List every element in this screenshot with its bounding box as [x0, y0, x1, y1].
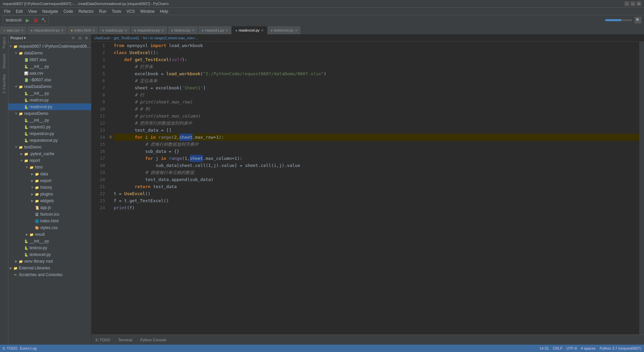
tree-item[interactable]: 🐍__init__.py — [8, 90, 91, 97]
tree-item-label: readDataDemo — [24, 84, 91, 89]
status-event-log[interactable]: Event Log — [20, 346, 37, 350]
maximize-button[interactable]: □ — [631, 1, 635, 6]
tree-item[interactable]: ▼📁report — [8, 157, 91, 164]
project-tool-label[interactable]: Project — [1, 34, 7, 51]
tree-item[interactable]: ▶📁result — [8, 231, 91, 238]
code-token — [114, 77, 135, 84]
tab-close-requestcsv.py[interactable]: ✕ — [161, 29, 164, 32]
bottom-tab-terminal[interactable]: Terminal — [117, 338, 134, 342]
tree-item[interactable]: 🐍readexcel.py — [8, 103, 91, 110]
tab-close-request1.py[interactable]: ✕ — [225, 29, 228, 32]
code-editor[interactable]: 123456789101112131415161718192021222324 … — [92, 42, 644, 335]
tab-close-testexcel.py[interactable]: ✕ — [295, 29, 298, 32]
search-button[interactable]: 🔍 — [635, 17, 641, 24]
code-content[interactable]: from openpyxl import load_workbookclass … — [114, 42, 639, 335]
tree-item[interactable]: 📊aaa.csv — [8, 70, 91, 77]
tree-item[interactable]: 🌐index.html — [8, 218, 91, 224]
status-indent[interactable]: 4 spaces — [581, 346, 596, 350]
tab-aaa-csv[interactable]: ●aaa.csv ✕ — [0, 26, 27, 34]
tree-item[interactable]: 🐍readcsv.py — [8, 97, 91, 103]
breadcrumb-useexcel[interactable]: UseExcel — [94, 36, 110, 40]
tab-testexcel-py[interactable]: ●testexcel.py ✕ — [267, 26, 301, 34]
breadcrumb-for[interactable]: for i in range(2,sheet.max_row+... — [143, 36, 198, 40]
sync-icon[interactable]: ⟳ — [70, 36, 76, 41]
run-button[interactable]: ▶ — [24, 17, 31, 24]
tree-item[interactable]: 🐍requestexcel.py — [8, 137, 91, 144]
tree-item[interactable]: ▶📁widgets — [8, 197, 91, 204]
tree-item[interactable]: 🎨styles.css — [8, 224, 91, 231]
tab-request1-py[interactable]: ●request1.py ✕ — [198, 26, 232, 34]
menu-item-vcs[interactable]: VCS — [124, 8, 138, 14]
status-position[interactable]: 14:31 — [539, 346, 549, 350]
menu-item-refactor[interactable]: Refactor — [76, 8, 96, 14]
menu-item-view[interactable]: View — [25, 8, 40, 14]
tree-item[interactable]: 🖼favicon.ico — [8, 211, 91, 218]
tree-item[interactable]: ▼📁html — [8, 164, 91, 171]
tab-close-readexcel.py[interactable]: ✕ — [261, 29, 264, 32]
bottom-tab-python-console[interactable]: Python Console — [139, 338, 168, 342]
status-crlf[interactable]: CRLF — [553, 346, 562, 350]
build-button[interactable]: 🔨 — [40, 17, 47, 24]
tree-item[interactable]: 🐍__init__.py — [8, 63, 91, 70]
status-todo[interactable]: 6: TODO — [3, 346, 17, 350]
tab-close-aaa.csv[interactable]: ✕ — [21, 29, 23, 32]
structure-tool-label[interactable]: Structure — [1, 51, 7, 72]
debug-button[interactable]: 🐞 — [32, 17, 39, 24]
tab-index-html[interactable]: ●index.html ✕ — [67, 26, 99, 34]
tree-item[interactable]: 🐍request1.py — [8, 124, 91, 130]
tree-item[interactable]: ▼📁readDataDemo — [8, 83, 91, 90]
gutter-line — [108, 91, 114, 98]
menu-item-run[interactable]: Run — [96, 8, 109, 14]
tab-close-readcsv.py[interactable]: ✕ — [124, 29, 127, 32]
status-charset[interactable]: UTF-8 — [567, 346, 577, 350]
menu-item-file[interactable]: File — [1, 8, 13, 14]
tree-item[interactable]: 🐍__init__.py — [8, 238, 91, 245]
bottom-tab-6:-todo[interactable]: 6: TODO — [94, 338, 112, 342]
tab-requestexcel-py[interactable]: ●requestexcel.py ✕ — [27, 26, 67, 34]
tab-readcsv-py[interactable]: ●readcsv.py ✕ — [99, 26, 130, 34]
tab-close-index.html[interactable]: ✕ — [92, 29, 95, 32]
tree-item[interactable]: ✏Scratches and Consoles — [8, 271, 91, 278]
close-button[interactable]: ✕ — [637, 1, 641, 6]
tab-close-testcsv.py[interactable]: ✕ — [192, 29, 195, 32]
menu-item-navigate[interactable]: Navigate — [40, 8, 61, 14]
tree-item[interactable]: ▶📁plugins — [8, 191, 91, 197]
tree-item[interactable]: ▼📁testDemo — [8, 144, 91, 150]
tree-item[interactable]: ▶📁venv library root — [8, 258, 91, 265]
tab-testcsv-py[interactable]: ●testcsv.py ✕ — [168, 26, 198, 34]
tree-item[interactable]: 📗~$0607.xlsx — [8, 77, 91, 83]
tree-item[interactable]: ▶📁export — [8, 177, 91, 184]
settings-icon[interactable]: ⚙ — [84, 36, 89, 41]
tree-item[interactable]: ▶📁.pytest_cache — [8, 150, 91, 157]
menu-item-code[interactable]: Code — [61, 8, 76, 14]
tree-item[interactable]: ▶📁External Libraries — [8, 265, 91, 271]
menu-item-tools[interactable]: Tools — [109, 8, 124, 14]
tree-item[interactable]: 📜app.js — [8, 204, 91, 211]
code-token: i — [143, 134, 150, 141]
tree-dir-icon: 📁 — [29, 232, 34, 237]
tree-item[interactable]: 🐍testexcel.py — [8, 251, 91, 258]
tab-requestcsv-py[interactable]: ●requestcsv.py ✕ — [131, 26, 168, 34]
minimize-button[interactable]: ─ — [625, 1, 629, 6]
menu-item-window[interactable]: Window — [138, 8, 157, 14]
menu-item-edit[interactable]: Edit — [13, 8, 25, 14]
code-token — [132, 56, 135, 63]
tree-item-label: widgets — [40, 199, 91, 203]
tab-close-requestexcel.py[interactable]: ✕ — [61, 29, 64, 32]
tree-item[interactable]: ▼📁history — [8, 184, 91, 191]
collapse-all-icon[interactable]: ⊟ — [77, 36, 83, 41]
tree-item[interactable]: 🐍requestcsv.py — [8, 130, 91, 137]
menu-item-help[interactable]: Help — [157, 8, 171, 14]
status-python[interactable]: Python 3.7 (request0607) — [600, 346, 641, 350]
tree-item[interactable]: 🐍testcsv.py — [8, 245, 91, 251]
tree-item[interactable]: ▼📁dataDemo — [8, 50, 91, 56]
tree-item[interactable]: ▶📁data — [8, 171, 91, 177]
tree-item[interactable]: ▼📁request0607 I:\PythonCode\request0607 — [8, 43, 91, 50]
tree-item[interactable]: 📗0607.xlsx — [8, 56, 91, 63]
tree-item[interactable]: 🐍__init__.py — [8, 117, 91, 124]
tree-item[interactable]: ▼📁requestDemo — [8, 110, 91, 117]
favorites-tool-label[interactable]: 2: Favorites — [1, 72, 7, 96]
tab-readexcel-py[interactable]: ●readexcel.py ✕ — [232, 26, 267, 34]
breadcrumb-gettestexcel[interactable]: get_TestExcel() — [114, 36, 139, 40]
code-line: # 打开表 — [114, 63, 639, 70]
